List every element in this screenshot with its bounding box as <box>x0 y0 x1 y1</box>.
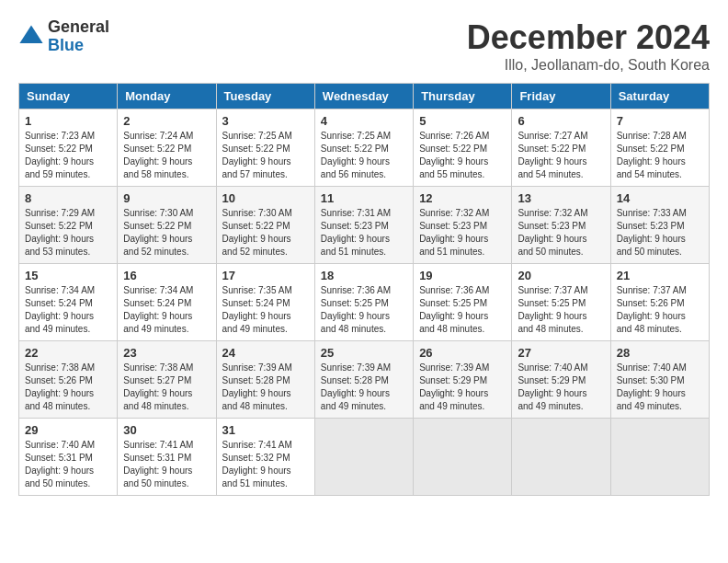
calendar-day-cell: 5 Sunrise: 7:26 AM Sunset: 5:22 PM Dayli… <box>414 109 512 187</box>
day-info: Sunrise: 7:35 AM Sunset: 5:24 PM Dayligh… <box>222 285 292 334</box>
day-info: Sunrise: 7:25 AM Sunset: 5:22 PM Dayligh… <box>222 131 292 179</box>
day-info: Sunrise: 7:28 AM Sunset: 5:22 PM Dayligh… <box>617 131 687 179</box>
calendar-day-cell: 12 Sunrise: 7:32 AM Sunset: 5:23 PM Dayl… <box>414 187 512 264</box>
day-number: 6 <box>518 114 604 128</box>
calendar-day-cell: 31 Sunrise: 7:41 AM Sunset: 5:32 PM Dayl… <box>216 419 314 496</box>
calendar-day-cell: 30 Sunrise: 7:41 AM Sunset: 5:31 PM Dayl… <box>118 419 216 496</box>
calendar-day-cell <box>314 419 413 496</box>
calendar-day-cell: 18 Sunrise: 7:36 AM Sunset: 5:25 PM Dayl… <box>314 264 413 341</box>
subtitle: Illo, Jeollanam-do, South Korea <box>467 57 710 74</box>
day-number: 15 <box>25 269 111 282</box>
calendar-day-cell: 1 Sunrise: 7:23 AM Sunset: 5:22 PM Dayli… <box>19 109 118 187</box>
weekday-header: Saturday <box>610 84 709 109</box>
day-info: Sunrise: 7:32 AM Sunset: 5:23 PM Dayligh… <box>419 208 489 257</box>
calendar-day-cell: 27 Sunrise: 7:40 AM Sunset: 5:29 PM Dayl… <box>512 341 610 419</box>
calendar-day-cell: 14 Sunrise: 7:33 AM Sunset: 5:23 PM Dayl… <box>610 187 709 264</box>
logo-general: General <box>48 18 109 37</box>
calendar-week-row: 8 Sunrise: 7:29 AM Sunset: 5:22 PM Dayli… <box>19 187 710 264</box>
day-number: 21 <box>617 269 703 282</box>
day-info: Sunrise: 7:29 AM Sunset: 5:22 PM Dayligh… <box>25 208 95 257</box>
logo: General Blue <box>18 18 109 55</box>
day-number: 10 <box>222 191 309 205</box>
calendar-day-cell: 19 Sunrise: 7:36 AM Sunset: 5:25 PM Dayl… <box>414 264 512 341</box>
day-number: 28 <box>617 346 703 360</box>
day-number: 30 <box>123 423 210 437</box>
calendar-day-cell: 7 Sunrise: 7:28 AM Sunset: 5:22 PM Dayli… <box>610 109 709 187</box>
weekday-header: Thursday <box>414 84 512 109</box>
calendar-day-cell: 26 Sunrise: 7:39 AM Sunset: 5:29 PM Dayl… <box>414 341 512 419</box>
calendar-day-cell: 11 Sunrise: 7:31 AM Sunset: 5:23 PM Dayl… <box>314 187 413 264</box>
calendar-day-cell: 23 Sunrise: 7:38 AM Sunset: 5:27 PM Dayl… <box>118 341 216 419</box>
calendar-week-row: 22 Sunrise: 7:38 AM Sunset: 5:26 PM Dayl… <box>19 341 710 419</box>
day-info: Sunrise: 7:37 AM Sunset: 5:25 PM Dayligh… <box>518 285 587 334</box>
calendar-day-cell: 2 Sunrise: 7:24 AM Sunset: 5:22 PM Dayli… <box>118 109 216 187</box>
day-info: Sunrise: 7:25 AM Sunset: 5:22 PM Dayligh… <box>321 131 391 179</box>
weekday-header: Friday <box>512 84 610 109</box>
calendar-day-cell <box>414 419 512 496</box>
day-info: Sunrise: 7:40 AM Sunset: 5:29 PM Dayligh… <box>518 362 587 411</box>
day-info: Sunrise: 7:32 AM Sunset: 5:23 PM Dayligh… <box>518 208 587 257</box>
day-info: Sunrise: 7:39 AM Sunset: 5:28 PM Dayligh… <box>321 362 391 411</box>
day-info: Sunrise: 7:36 AM Sunset: 5:25 PM Dayligh… <box>321 285 391 334</box>
calendar-day-cell: 21 Sunrise: 7:37 AM Sunset: 5:26 PM Dayl… <box>610 264 709 341</box>
day-number: 14 <box>617 191 703 205</box>
calendar-day-cell: 16 Sunrise: 7:34 AM Sunset: 5:24 PM Dayl… <box>118 264 216 341</box>
calendar-day-cell: 24 Sunrise: 7:39 AM Sunset: 5:28 PM Dayl… <box>216 341 314 419</box>
day-info: Sunrise: 7:24 AM Sunset: 5:22 PM Dayligh… <box>123 131 193 179</box>
weekday-header: Sunday <box>19 84 118 109</box>
day-info: Sunrise: 7:30 AM Sunset: 5:22 PM Dayligh… <box>123 208 193 257</box>
day-number: 20 <box>518 269 604 282</box>
logo-text: General Blue <box>48 18 109 55</box>
day-number: 5 <box>419 114 506 128</box>
day-number: 24 <box>222 346 309 360</box>
day-info: Sunrise: 7:39 AM Sunset: 5:28 PM Dayligh… <box>222 362 292 411</box>
day-info: Sunrise: 7:41 AM Sunset: 5:31 PM Dayligh… <box>123 440 193 488</box>
day-info: Sunrise: 7:36 AM Sunset: 5:25 PM Dayligh… <box>419 285 489 334</box>
day-info: Sunrise: 7:30 AM Sunset: 5:22 PM Dayligh… <box>222 208 292 257</box>
calendar-day-cell: 28 Sunrise: 7:40 AM Sunset: 5:30 PM Dayl… <box>610 341 709 419</box>
weekday-header: Wednesday <box>314 84 413 109</box>
day-number: 19 <box>419 269 506 282</box>
day-number: 7 <box>617 114 703 128</box>
day-number: 22 <box>25 346 111 360</box>
day-info: Sunrise: 7:38 AM Sunset: 5:27 PM Dayligh… <box>123 362 193 411</box>
svg-marker-0 <box>19 25 42 43</box>
day-number: 11 <box>321 191 407 205</box>
calendar-day-cell: 3 Sunrise: 7:25 AM Sunset: 5:22 PM Dayli… <box>216 109 314 187</box>
day-info: Sunrise: 7:27 AM Sunset: 5:22 PM Dayligh… <box>518 131 587 179</box>
calendar-day-cell: 8 Sunrise: 7:29 AM Sunset: 5:22 PM Dayli… <box>19 187 118 264</box>
calendar-day-cell: 20 Sunrise: 7:37 AM Sunset: 5:25 PM Dayl… <box>512 264 610 341</box>
day-number: 1 <box>25 114 111 128</box>
calendar-day-cell: 17 Sunrise: 7:35 AM Sunset: 5:24 PM Dayl… <box>216 264 314 341</box>
day-info: Sunrise: 7:40 AM Sunset: 5:31 PM Dayligh… <box>25 440 95 488</box>
day-info: Sunrise: 7:38 AM Sunset: 5:26 PM Dayligh… <box>25 362 95 411</box>
day-number: 2 <box>123 114 210 128</box>
calendar-day-cell: 13 Sunrise: 7:32 AM Sunset: 5:23 PM Dayl… <box>512 187 610 264</box>
calendar-header-row: SundayMondayTuesdayWednesdayThursdayFrid… <box>19 84 710 109</box>
calendar-day-cell: 10 Sunrise: 7:30 AM Sunset: 5:22 PM Dayl… <box>216 187 314 264</box>
day-info: Sunrise: 7:40 AM Sunset: 5:30 PM Dayligh… <box>617 362 687 411</box>
day-info: Sunrise: 7:33 AM Sunset: 5:23 PM Dayligh… <box>617 208 687 257</box>
main-title: December 2024 <box>467 18 710 57</box>
day-number: 3 <box>222 114 309 128</box>
day-number: 4 <box>321 114 407 128</box>
title-area: December 2024 Illo, Jeollanam-do, South … <box>467 18 710 74</box>
day-number: 18 <box>321 269 407 282</box>
calendar-week-row: 1 Sunrise: 7:23 AM Sunset: 5:22 PM Dayli… <box>19 109 710 187</box>
page-header: General Blue December 2024 Illo, Jeollan… <box>18 18 710 74</box>
day-info: Sunrise: 7:34 AM Sunset: 5:24 PM Dayligh… <box>25 285 95 334</box>
calendar-day-cell: 25 Sunrise: 7:39 AM Sunset: 5:28 PM Dayl… <box>314 341 413 419</box>
day-info: Sunrise: 7:23 AM Sunset: 5:22 PM Dayligh… <box>25 131 95 179</box>
day-number: 31 <box>222 423 309 437</box>
day-number: 25 <box>321 346 407 360</box>
calendar-day-cell <box>512 419 610 496</box>
day-info: Sunrise: 7:37 AM Sunset: 5:26 PM Dayligh… <box>617 285 687 334</box>
calendar-week-row: 15 Sunrise: 7:34 AM Sunset: 5:24 PM Dayl… <box>19 264 710 341</box>
calendar-day-cell <box>610 419 709 496</box>
day-number: 9 <box>123 191 210 205</box>
logo-icon <box>18 24 44 50</box>
calendar-table: SundayMondayTuesdayWednesdayThursdayFrid… <box>18 83 710 496</box>
day-number: 26 <box>419 346 506 360</box>
day-info: Sunrise: 7:39 AM Sunset: 5:29 PM Dayligh… <box>419 362 489 411</box>
day-number: 23 <box>123 346 210 360</box>
